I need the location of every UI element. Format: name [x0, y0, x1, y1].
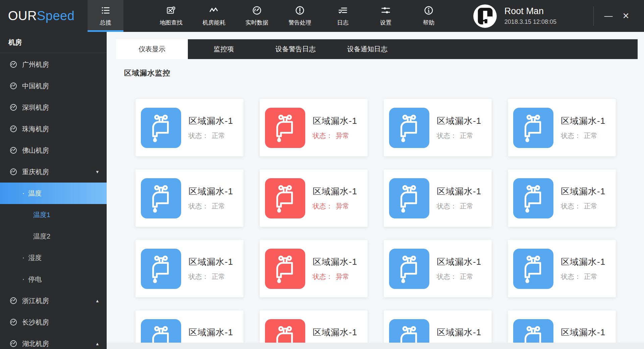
sidebar-item-wendu[interactable]: ·温度	[0, 183, 107, 204]
sidebar-item-zhejiang[interactable]: 浙江机房▴	[0, 290, 107, 311]
card-title: 区域漏水-1	[313, 327, 357, 338]
nav-item-map-search[interactable]: 地图查找	[150, 0, 193, 32]
card-title: 区域漏水-1	[189, 115, 233, 127]
sidebar-item-zhongguo[interactable]: 中国机房	[0, 75, 107, 97]
sidebar-item-wendu1[interactable]: 温度1	[0, 204, 107, 226]
close-button[interactable]: ✕	[617, 0, 635, 32]
log-icon	[338, 5, 348, 15]
card-title: 区域漏水-1	[189, 327, 233, 338]
sidebar-item-label: 浙江机房	[22, 296, 49, 305]
card-status: 状态：正常	[189, 202, 233, 211]
device-card[interactable]: 区域漏水-1状态：正常	[508, 310, 616, 343]
list-icon	[101, 5, 111, 15]
sidebar-list: 广州机房中国机房深圳机房珠海机房佛山机房重庆机房▾·温度温度1温度2·湿度·停电…	[0, 54, 107, 349]
nav-item-realtime[interactable]: 实时数据	[235, 0, 278, 32]
device-card[interactable]: 区域漏水-1状态：正常	[384, 99, 492, 156]
user-meta: Root Man 2018.3.15 12:08:05	[504, 6, 556, 26]
device-card[interactable]: 区域漏水-1状态：异常	[260, 310, 368, 343]
nav-item-label: 日志	[337, 19, 348, 27]
card-body: 区域漏水-1状态：异常	[313, 186, 357, 211]
card-title: 区域漏水-1	[437, 327, 481, 338]
nav-item-help[interactable]: 帮助	[407, 0, 450, 32]
sidebar-item-label: 深圳机房	[22, 103, 49, 112]
card-status: 状态：正常	[561, 131, 605, 140]
device-card[interactable]: 区域漏水-1状态：异常	[260, 169, 368, 227]
card-body: 区域漏水-1状态：正常	[189, 256, 233, 281]
sidebar-item-label: 湿度	[28, 253, 42, 262]
device-card[interactable]: 区域漏水-1状态：正常	[136, 310, 244, 343]
user-name: Root Man	[504, 6, 556, 16]
device-card[interactable]: 区域漏水-1状态：正常	[136, 99, 244, 156]
card-title: 区域漏水-1	[437, 115, 481, 127]
bullet-icon: ·	[22, 254, 24, 261]
card-body: 区域漏水-1状态：正常	[561, 327, 605, 343]
card-body: 区域漏水-1状态：异常	[313, 115, 357, 140]
device-card-grid: 区域漏水-1状态：正常区域漏水-1状态：异常区域漏水-1状态：正常区域漏水-1状…	[136, 99, 644, 343]
card-title: 区域漏水-1	[189, 256, 233, 268]
sidebar-item-tingdian[interactable]: ·停电	[0, 268, 107, 290]
faucet-icon	[513, 178, 553, 218]
device-card[interactable]: 区域漏水-1状态：正常	[508, 240, 616, 297]
card-title: 区域漏水-1	[561, 186, 605, 197]
minimize-button[interactable]: —	[600, 0, 617, 32]
card-status-value: 异常	[336, 273, 349, 280]
tab-monitor-items[interactable]: 监控项	[188, 39, 260, 59]
user-avatar[interactable]	[473, 4, 497, 28]
card-body: 区域漏水-1状态：异常	[313, 327, 357, 343]
sidebar-item-chongqing[interactable]: 重庆机房▾	[0, 161, 107, 183]
sidebar-item-label: 停电	[28, 275, 42, 284]
card-status-value: 正常	[460, 202, 473, 210]
card-status: 状态：正常	[437, 202, 481, 211]
sidebar-item-shenzhen[interactable]: 深圳机房	[0, 97, 107, 118]
tab-device-notice-log[interactable]: 设备通知日志	[331, 39, 403, 59]
gauge-icon	[9, 60, 17, 68]
sidebar-item-foshan[interactable]: 佛山机房	[0, 140, 107, 161]
card-title: 区域漏水-1	[437, 256, 481, 268]
faucet-icon	[389, 319, 429, 343]
card-title: 区域漏水-1	[561, 256, 605, 268]
device-card[interactable]: 区域漏水-1状态：正常	[136, 240, 244, 297]
tab-device-alert-log[interactable]: 设备警告日志	[260, 39, 331, 59]
caret-up-icon: ▴	[96, 298, 99, 304]
info-icon	[424, 5, 434, 15]
nav-item-settings[interactable]: 设置	[364, 0, 407, 32]
device-card[interactable]: 区域漏水-1状态：正常	[384, 169, 492, 227]
sidebar-item-label: 温度2	[33, 232, 50, 241]
card-status-value: 正常	[584, 202, 597, 210]
faucet-icon	[389, 249, 429, 289]
device-card[interactable]: 区域漏水-1状态：正常	[384, 310, 492, 343]
sidebar-item-shidu[interactable]: ·湿度	[0, 247, 107, 268]
nav-item-label: 帮助	[423, 19, 434, 27]
nav-item-overview[interactable]: 总揽	[88, 0, 123, 32]
sidebar-item-guangzhou[interactable]: 广州机房	[0, 54, 107, 75]
device-card[interactable]: 区域漏水-1状态：正常	[508, 169, 616, 227]
nav-item-alerts[interactable]: 警告处理	[278, 0, 321, 32]
sidebar-item-changsha[interactable]: 长沙机房	[0, 311, 107, 333]
user-datetime: 2018.3.15 12:08:05	[504, 18, 556, 26]
tab-bar: 仪表显示监控项设备警告日志设备通知日志	[116, 39, 638, 59]
device-card[interactable]: 区域漏水-1状态：异常	[260, 99, 368, 156]
bullet-icon: ·	[22, 276, 24, 283]
card-title: 区域漏水-1	[189, 186, 233, 197]
gauge-icon	[9, 168, 17, 176]
device-card[interactable]: 区域漏水-1状态：正常	[508, 99, 616, 156]
gauge-icon	[9, 125, 17, 133]
card-status-value: 正常	[584, 273, 597, 280]
sidebar-item-label: 广州机房	[22, 60, 49, 69]
card-status-label: 状态：	[437, 273, 457, 280]
nav-item-logs[interactable]: 日志	[321, 0, 364, 32]
card-status: 状态：正常	[437, 272, 481, 281]
sidebar-item-zhuhai[interactable]: 珠海机房	[0, 118, 107, 140]
sidebar-item-hubei[interactable]: 湖北机房▴	[0, 333, 107, 349]
nav-item-energy[interactable]: 机房能耗	[193, 0, 235, 32]
card-title: 区域漏水-1	[437, 186, 481, 197]
tab-gauge-display[interactable]: 仪表显示	[116, 39, 188, 59]
device-card[interactable]: 区域漏水-1状态：异常	[260, 240, 368, 297]
card-body: 区域漏水-1状态：正常	[561, 256, 605, 281]
gauge-icon	[252, 5, 262, 15]
device-card[interactable]: 区域漏水-1状态：正常	[384, 240, 492, 297]
app-logo: OURSpeed	[0, 0, 88, 32]
sidebar-item-wendu2[interactable]: 温度2	[0, 226, 107, 247]
device-card[interactable]: 区域漏水-1状态：正常	[136, 169, 244, 227]
card-status-label: 状态：	[561, 132, 581, 139]
